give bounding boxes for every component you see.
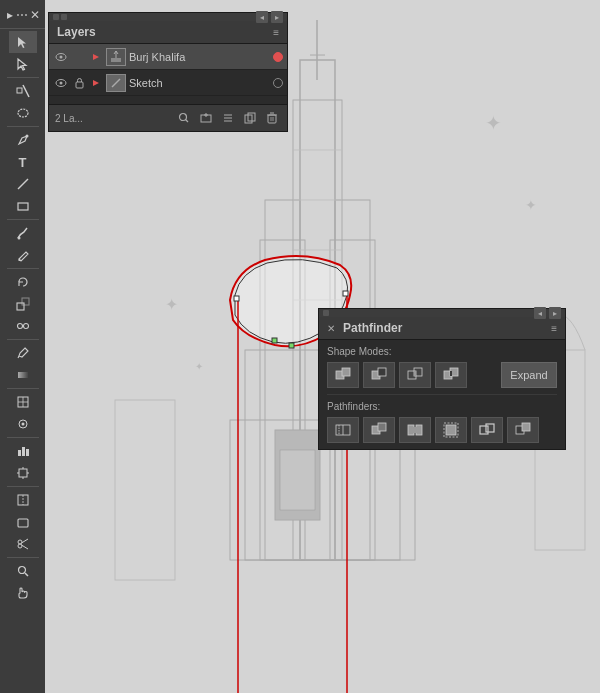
lasso-tool[interactable] — [9, 102, 37, 124]
separator-9 — [7, 557, 39, 558]
unite-btn[interactable] — [327, 362, 359, 388]
rect-tool[interactable] — [9, 195, 37, 217]
svg-point-70 — [60, 81, 63, 84]
paintbrush-tool[interactable] — [9, 222, 37, 244]
svg-rect-26 — [343, 291, 348, 296]
svg-line-73 — [112, 79, 120, 87]
merge-btn[interactable] — [399, 417, 431, 443]
layer-color-dot-1 — [273, 52, 283, 62]
slice-tool[interactable] — [9, 489, 37, 511]
layer-arrow-1[interactable] — [89, 52, 103, 62]
svg-rect-27 — [272, 338, 277, 343]
layers-panel-header: Layers ≡ — [49, 21, 287, 44]
toolbar-dots: ⋯ — [16, 4, 28, 26]
column-graph-tool[interactable] — [9, 440, 37, 462]
artboard-tool[interactable] — [9, 462, 37, 484]
layers-move-up-btn[interactable] — [219, 109, 237, 127]
scale-tool[interactable] — [9, 293, 37, 315]
select-tool[interactable] — [9, 31, 37, 53]
layers-duplicate-btn[interactable] — [241, 109, 259, 127]
layer-row-burj-khalifa[interactable]: Burj Khalifa — [49, 44, 287, 70]
toolbar-top-bar: ▸ ⋯ ✕ — [0, 2, 45, 29]
zoom-tool[interactable] — [9, 560, 37, 582]
minus-front-btn[interactable] — [363, 362, 395, 388]
layer-thumb-1 — [106, 48, 126, 66]
outline-btn[interactable] — [471, 417, 503, 443]
separator-8 — [7, 486, 39, 487]
layers-footer-icons — [175, 109, 281, 127]
pf-panel-left-btn[interactable]: ◂ — [534, 307, 546, 319]
svg-point-59 — [18, 540, 22, 544]
shape-mode-buttons: Expand — [327, 362, 557, 388]
pf-panel-right-btn[interactable]: ▸ — [549, 307, 561, 319]
scissors-tool[interactable] — [9, 533, 37, 555]
pf-panel-dots — [323, 310, 329, 316]
layer-color-dot-2 — [273, 78, 283, 88]
gradient-tool[interactable] — [9, 364, 37, 386]
svg-line-64 — [25, 573, 28, 576]
layers-search-btn[interactable] — [175, 109, 193, 127]
shape-modes-section: Shape Modes: Expand — [319, 340, 565, 394]
expand-btn[interactable]: Expand — [501, 362, 557, 388]
layers-footer: 2 La... — [49, 104, 287, 131]
panel-collapse-left[interactable]: ◂ — [256, 11, 268, 23]
layer-visibility-eye-2[interactable] — [53, 78, 69, 88]
intersect-btn[interactable] — [399, 362, 431, 388]
separator-7 — [7, 437, 39, 438]
svg-point-63 — [18, 567, 25, 574]
layer-visibility-eye-1[interactable] — [53, 52, 69, 62]
layer-arrow-2[interactable] — [89, 78, 103, 88]
layers-delete-btn[interactable] — [263, 109, 281, 127]
pencil-tool[interactable] — [9, 244, 37, 266]
layers-panel-menu-btn[interactable]: ≡ — [273, 27, 279, 38]
eraser-tool[interactable] — [9, 511, 37, 533]
pathfinder-header: ✕ Pathfinder ≡ — [319, 317, 565, 340]
layers-panel-title: Layers — [57, 25, 96, 39]
line-tool[interactable] — [9, 173, 37, 195]
hand-tool[interactable] — [9, 582, 37, 604]
svg-rect-95 — [414, 371, 416, 376]
svg-marker-72 — [93, 80, 99, 86]
layers-new-layer-btn[interactable] — [197, 109, 215, 127]
svg-rect-110 — [486, 424, 494, 432]
rotate-tool[interactable] — [9, 271, 37, 293]
toolbar: ▸ ⋯ ✕ T — [0, 0, 45, 693]
layer-thumb-2 — [106, 74, 126, 92]
svg-point-35 — [17, 237, 20, 240]
svg-text:✦: ✦ — [485, 112, 502, 134]
svg-rect-112 — [522, 423, 530, 431]
svg-rect-30 — [17, 88, 22, 93]
svg-line-61 — [21, 539, 28, 543]
toolbar-close-btn[interactable]: ✕ — [29, 4, 41, 26]
symbol-tool[interactable] — [9, 413, 37, 435]
minus-back-btn[interactable] — [507, 417, 539, 443]
type-tool[interactable]: T — [9, 151, 37, 173]
svg-rect-92 — [378, 368, 386, 376]
svg-rect-34 — [18, 203, 28, 210]
mesh-tool[interactable] — [9, 391, 37, 413]
trim-btn[interactable] — [363, 417, 395, 443]
svg-rect-109 — [480, 426, 488, 434]
layer-row-sketch[interactable]: Sketch — [49, 70, 287, 96]
pathfinder-close-btn[interactable]: ✕ — [327, 323, 335, 334]
direct-select-tool[interactable] — [9, 53, 37, 75]
panel-dots — [53, 14, 67, 20]
pathfinder-menu-btn[interactable]: ≡ — [551, 323, 557, 334]
pen-tool[interactable] — [9, 129, 37, 151]
crop-btn[interactable] — [435, 417, 467, 443]
svg-rect-71 — [76, 82, 83, 88]
panel-collapse-right[interactable]: ▸ — [271, 11, 283, 23]
svg-rect-90 — [342, 368, 350, 376]
svg-point-66 — [60, 55, 63, 58]
toolbar-collapse-btn[interactable]: ▸ — [4, 4, 16, 26]
svg-rect-68 — [111, 58, 121, 62]
eyedropper-tool[interactable] — [9, 342, 37, 364]
divide-btn[interactable] — [327, 417, 359, 443]
separator-2 — [7, 126, 39, 127]
pathfinders-section: Pathfinders: — [319, 395, 565, 449]
magic-wand-tool[interactable] — [9, 80, 37, 102]
exclude-btn[interactable] — [435, 362, 467, 388]
blend-tool[interactable] — [9, 315, 37, 337]
svg-point-60 — [18, 544, 22, 548]
layer-lock-icon-2[interactable] — [72, 77, 86, 89]
